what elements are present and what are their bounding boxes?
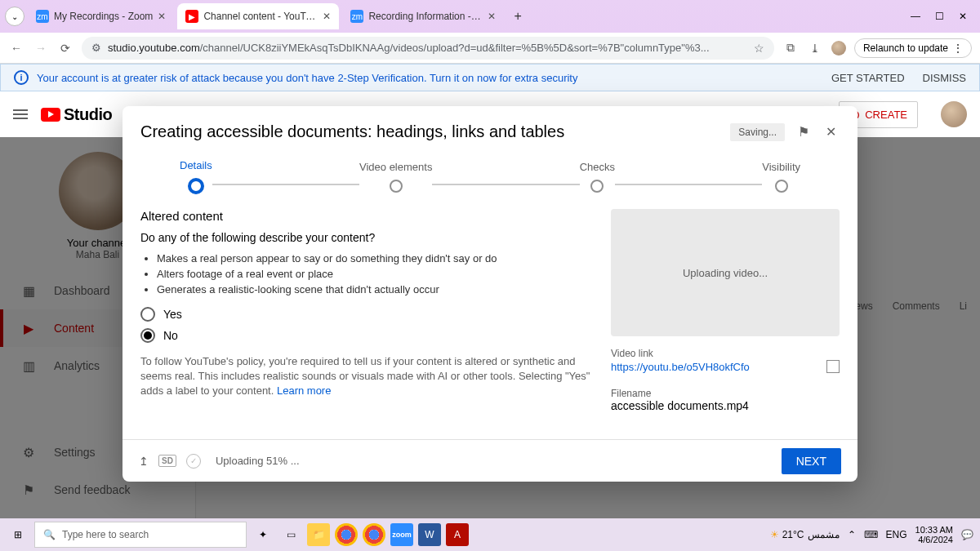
tab-zoom-recordings[interactable]: zm My Recordings - Zoom ✕	[28, 3, 174, 29]
account-avatar[interactable]	[941, 101, 967, 127]
dialog-body: Altered content Do any of the following …	[122, 194, 858, 439]
video-link[interactable]: https://youtu.be/o5VH8okfCfo	[611, 361, 840, 373]
zoom-icon: zm	[350, 10, 363, 23]
dialog-footer: ↥ SD ✓ Uploading 51% ... NEXT	[122, 439, 858, 482]
zoom-icon[interactable]: zoom	[390, 523, 413, 546]
thumb-statusount-status: Uploading video...	[683, 267, 768, 279]
tab-zoom-recording-info[interactable]: zm Recording Information - Zoom ✕	[342, 3, 504, 29]
relaunch-chip[interactable]: Relaunch to update ⋮	[854, 38, 972, 58]
radio-no[interactable]: No	[140, 328, 591, 343]
step-video-elements[interactable]: Video elements	[359, 161, 432, 193]
question-text: Do any of the following describe your co…	[140, 231, 591, 244]
date: 4/6/2024	[915, 535, 953, 544]
time: 10:33 AM	[915, 525, 953, 535]
policy-text: To follow YouTube's policy, you're requi…	[140, 354, 591, 399]
radio-yes[interactable]: Yes	[140, 307, 591, 322]
step-visibility[interactable]: Visibility	[762, 161, 800, 193]
checks-status-icon: ✓	[186, 454, 201, 469]
downloads-icon[interactable]: ⤓	[807, 42, 823, 55]
chrome-icon[interactable]	[335, 523, 358, 546]
extensions-icon[interactable]: ⧉	[782, 41, 799, 55]
preview-panel: Uploading video... Video link https://yo…	[611, 209, 840, 439]
dialog-header: Creating accessible documents: headings,…	[122, 106, 858, 151]
chevron-up-icon[interactable]: ⌃	[848, 529, 856, 540]
temperature: 21°C	[782, 529, 804, 540]
browser-tab-strip: ⌄ zm My Recordings - Zoom ✕ ▶ Channel co…	[0, 0, 980, 33]
studio-logo-text: Studio	[64, 105, 112, 124]
filename-value: accessible documents.mp4	[611, 399, 840, 412]
chrome-profile-icon[interactable]	[363, 523, 385, 546]
windows-taskbar: ⊞ 🔍 Type here to search ✦ ▭ 📁 zoom W A ☀…	[0, 518, 980, 551]
youtube-icon	[41, 108, 60, 122]
next-button[interactable]: NEXT	[782, 448, 841, 474]
input-method-icon[interactable]: ⌨	[864, 529, 878, 540]
back-icon[interactable]: ←	[8, 42, 24, 55]
start-button[interactable]: ⊞	[7, 523, 29, 546]
tab-title: Recording Information - Zoom	[368, 11, 483, 22]
upload-dialog: Creating accessible documents: headings,…	[122, 106, 858, 482]
forward-icon[interactable]: →	[33, 42, 49, 55]
url-host: studio.youtube.com	[108, 42, 200, 54]
close-icon[interactable]: ✕	[158, 11, 166, 22]
radio-icon	[140, 328, 155, 343]
studio-logo[interactable]: Studio	[41, 105, 112, 124]
task-view-icon[interactable]: ▭	[279, 523, 302, 546]
browser-toolbar: ← → ⟳ ⚙ studio.youtube.com/channel/UCK8z…	[0, 33, 980, 64]
maximize-icon[interactable]: ☐	[935, 11, 944, 22]
step-label: Checks	[580, 161, 615, 173]
bookmark-star-icon[interactable]: ☆	[754, 42, 764, 55]
tab-search-dropdown[interactable]: ⌄	[5, 7, 24, 26]
youtube-icon: ▶	[185, 10, 198, 23]
feedback-icon[interactable]: ⚑	[795, 121, 813, 143]
step-label: Details	[180, 159, 212, 171]
weather-widget[interactable]: ☀ 21°C مشمس	[770, 529, 840, 540]
close-icon[interactable]: ✕	[323, 11, 331, 22]
stepper: Details Video elements Checks Visibility	[122, 151, 858, 194]
copy-icon[interactable]	[826, 360, 840, 373]
get-started-button[interactable]: GET STARTED	[831, 72, 905, 84]
notifications-icon[interactable]: 💬	[961, 529, 973, 540]
section-heading: Altered content	[140, 209, 591, 223]
step-label: Visibility	[762, 161, 800, 173]
address-bar[interactable]: ⚙ studio.youtube.com/channel/UCK8ziiYMEk…	[82, 37, 774, 60]
close-icon[interactable]: ✕	[822, 121, 840, 143]
site-settings-icon[interactable]: ⚙	[91, 42, 101, 54]
step-label: Video elements	[359, 161, 432, 173]
list-item: Makes a real person appear to say or do …	[157, 252, 591, 264]
word-icon[interactable]: W	[418, 523, 441, 546]
clock[interactable]: 10:33 AM 4/6/2024	[915, 525, 953, 544]
minimize-icon[interactable]: —	[911, 11, 920, 22]
language-indicator[interactable]: ENG	[886, 529, 907, 540]
zoom-icon: zm	[36, 10, 49, 23]
relaunch-label: Relaunch to update	[863, 42, 948, 54]
search-icon: 🔍	[43, 529, 56, 540]
url-path: /channel/UCK8ziiYMEkAsqTsDbIKNAAg/videos…	[200, 42, 710, 54]
warning-text: Your account is at greater risk of attac…	[37, 72, 577, 84]
tab-title: Channel content - YouTube Stu	[203, 11, 318, 22]
close-window-icon[interactable]: ✕	[959, 11, 967, 22]
info-icon: i	[14, 70, 29, 85]
tab-title: My Recordings - Zoom	[54, 11, 153, 22]
create-label: CREATE	[865, 109, 907, 121]
list-item: Alters footage of a real event or place	[157, 268, 591, 280]
new-tab-button[interactable]: +	[507, 9, 528, 24]
kebab-icon: ⋮	[953, 42, 963, 54]
security-warning-bar: i Your account is at greater risk of att…	[0, 64, 980, 91]
learn-more-link[interactable]: Learn more	[277, 384, 331, 397]
dismiss-button[interactable]: DISMISS	[923, 72, 966, 84]
menu-icon[interactable]	[13, 109, 28, 119]
system-tray: ☀ 21°C مشمس ⌃ ⌨ ENG 10:33 AM 4/6/2024 💬	[770, 525, 973, 544]
close-icon[interactable]: ✕	[488, 11, 496, 22]
acrobat-icon[interactable]: A	[446, 523, 469, 546]
radio-label: Yes	[163, 308, 182, 321]
taskbar-search[interactable]: 🔍 Type here to search	[34, 522, 247, 548]
profile-avatar[interactable]	[831, 41, 846, 56]
tab-youtube-studio[interactable]: ▶ Channel content - YouTube Stu ✕	[177, 3, 339, 29]
copilot-icon[interactable]: ✦	[252, 523, 274, 546]
reload-icon[interactable]: ⟳	[57, 42, 74, 55]
saving-indicator: Saving...	[730, 123, 785, 141]
file-explorer-icon[interactable]: 📁	[307, 523, 330, 546]
step-details[interactable]: Details	[180, 159, 212, 194]
step-checks[interactable]: Checks	[580, 161, 615, 193]
filename-label: Filename	[611, 388, 840, 399]
